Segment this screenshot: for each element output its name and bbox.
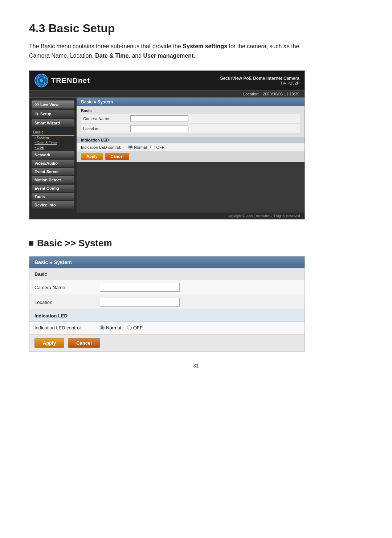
page-number: - 31 - <box>29 363 363 369</box>
sidebar-smart-wizard-button[interactable]: Smart Wizard <box>32 119 74 127</box>
cam-product-name: SecurView PoE Dome Internet Camera <box>220 76 299 81</box>
cam-content-header: Basic » System <box>77 98 305 106</box>
cam-led-normal-label: Normal <box>134 145 147 149</box>
sidebar-motion-detect-label: Motion Detect <box>34 178 61 182</box>
cam-led-label: Indication LED control: <box>81 145 128 149</box>
bst-led-control-label: Indication LED control: <box>34 325 100 330</box>
bst-camera-name-row: Camera Name: <box>29 280 305 295</box>
intro-text-end: . <box>193 53 195 59</box>
bst-led-off-label: OFF <box>133 325 143 330</box>
sidebar-smart-wizard-label: Smart Wizard <box>34 121 60 125</box>
cam-header: TRENDnet SecurView PoE Dome Internet Cam… <box>29 71 305 91</box>
bst-location-label: Location: <box>34 300 100 305</box>
intro-text-start: The Basic menu contains three sub-menus … <box>29 43 183 49</box>
trendnet-logo-icon <box>34 74 48 87</box>
cam-cancel-button[interactable]: Cancel <box>105 153 129 160</box>
cam-logo-text: TRENDnet <box>51 77 90 85</box>
cam-location-row: Location: <box>81 124 300 133</box>
sidebar-setup-label: Setup <box>40 112 52 116</box>
bst-led-off-radio[interactable] <box>127 325 132 330</box>
sidebar-user-link[interactable]: • User <box>34 145 74 150</box>
intro-paragraph: The Basic menu contains three sub-menus … <box>29 42 301 60</box>
cam-camera-name-label: Camera Name: <box>83 116 130 121</box>
cam-led-normal-radio[interactable] <box>128 145 133 149</box>
cam-led-off-label: OFF <box>156 145 164 149</box>
cam-led-off-option[interactable]: OFF <box>150 145 164 149</box>
cam-product-info: SecurView PoE Dome Internet Camera TV-IP… <box>220 76 299 85</box>
sidebar-date-time-link[interactable]: • Date & Time <box>34 140 74 145</box>
basic-system-heading: Basic >> System <box>29 238 363 249</box>
cam-camera-name-input[interactable] <box>130 115 188 122</box>
sidebar-live-view-button[interactable]: Live View <box>32 100 74 108</box>
cam-location-field-label: Location: <box>83 127 130 131</box>
svg-point-5 <box>36 104 37 105</box>
sidebar-system-link[interactable]: • System <box>34 136 74 140</box>
cam-sidebar: Live View Setup Smart Wizard Basic • Sys… <box>29 98 77 213</box>
bst-camera-name-label: Camera Name: <box>34 285 100 290</box>
page-title: 4.3 Basic Setup <box>29 22 363 35</box>
svg-point-6 <box>36 113 38 115</box>
bst-location-row: Location: <box>29 295 305 310</box>
cam-led-radio-group: Normal OFF <box>128 145 164 149</box>
sidebar-event-config-button[interactable]: Event Config <box>32 185 74 192</box>
bst-led-section-title: Indication LED <box>29 310 305 322</box>
cam-location-label: Location: <box>243 92 260 96</box>
basic-system-heading-text: Basic >> System <box>37 238 112 249</box>
cam-basic-section: Basic Camera Name: Location: <box>77 106 305 137</box>
bst-led-normal-option[interactable]: Normal <box>100 325 121 330</box>
cam-product-model: TV-IP252P <box>220 81 299 85</box>
sidebar-device-info-button[interactable]: Device Info <box>32 201 74 209</box>
bst-led-normal-label: Normal <box>106 325 121 330</box>
cam-location-value: 2009/06/06 11:10:39 <box>263 92 299 96</box>
sidebar-network-button[interactable]: Network <box>32 151 74 159</box>
bst-apply-button[interactable]: Apply <box>34 338 64 348</box>
cam-led-normal-option[interactable]: Normal <box>128 145 147 149</box>
cam-logo: TRENDnet <box>34 74 90 87</box>
bst-led-normal-radio[interactable] <box>100 325 105 330</box>
cam-btn-row: Apply Cancel <box>77 151 305 162</box>
cam-location-input[interactable] <box>130 126 188 132</box>
sidebar-video-audio-label: Video/Audio <box>34 161 58 165</box>
sidebar-device-info-label: Device Info <box>34 203 56 207</box>
sidebar-network-label: Network <box>34 153 50 157</box>
sidebar-event-config-label: Event Config <box>34 186 59 190</box>
svg-point-3 <box>40 79 43 82</box>
cam-body: Live View Setup Smart Wizard Basic • Sys… <box>29 98 305 213</box>
sidebar-basic-submenu: • System • Date & Time • User <box>32 136 74 150</box>
sidebar-event-server-button[interactable]: Event Server <box>32 168 74 175</box>
sidebar-event-server-label: Event Server <box>34 169 59 174</box>
setup-icon <box>34 112 39 116</box>
intro-bold1: System settings <box>183 43 227 49</box>
cam-apply-button[interactable]: Apply <box>81 153 103 160</box>
bst-cancel-button[interactable]: Cancel <box>68 338 100 348</box>
intro-bold3: User management <box>143 53 194 59</box>
intro-bold2: Date & Time <box>95 53 128 59</box>
sidebar-tools-label: Tools <box>34 194 45 199</box>
bst-header: Basic » System <box>29 256 305 268</box>
sidebar-basic-label: Basic <box>32 128 74 136</box>
svg-point-7 <box>35 112 38 116</box>
camera-ui-screenshot: TRENDnet SecurView PoE Dome Internet Cam… <box>29 70 305 219</box>
bst-btn-row: Apply Cancel <box>29 334 305 352</box>
intro-text-mid2: , and <box>129 53 143 59</box>
cam-led-row: Indication LED control: Normal OFF <box>77 143 305 151</box>
sidebar-live-view-label: Live View <box>40 102 58 107</box>
cam-basic-title: Basic <box>81 108 300 113</box>
sidebar-video-audio-button[interactable]: Video/Audio <box>32 160 74 167</box>
sidebar-setup-button[interactable]: Setup <box>32 110 74 118</box>
bst-led-off-option[interactable]: OFF <box>127 325 143 330</box>
heading-bullet-icon <box>29 241 33 246</box>
basic-system-table: Basic » System Basic Camera Name: Locati… <box>29 256 305 352</box>
cam-led-divider: Indication LED <box>77 137 305 143</box>
cam-led-off-radio[interactable] <box>150 145 155 149</box>
bst-led-radio-group: Normal OFF <box>100 325 143 330</box>
bst-led-control-row: Indication LED control: Normal OFF <box>29 322 305 334</box>
cam-footer: Copyright © 2009 TRENDnet. All Rights Re… <box>29 213 305 219</box>
sidebar-motion-detect-button[interactable]: Motion Detect <box>32 176 74 184</box>
cam-camera-name-row: Camera Name: <box>81 114 300 123</box>
cam-content: Basic » System Basic Camera Name: Locati… <box>77 98 305 213</box>
live-view-icon <box>34 103 39 106</box>
sidebar-tools-button[interactable]: Tools <box>32 193 74 200</box>
bst-location-input[interactable] <box>100 298 180 307</box>
bst-camera-name-input[interactable] <box>100 283 180 292</box>
